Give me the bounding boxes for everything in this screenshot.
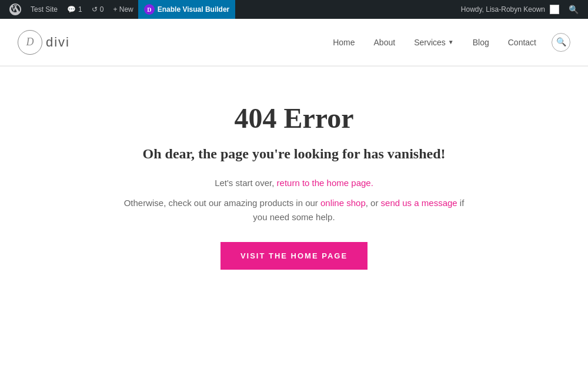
revision-count: 0 [100,5,104,14]
admin-bar: Test Site 💬 1 ↺ 0 + New D Enable Visual … [0,0,588,19]
online-shop-link[interactable]: online shop [320,198,366,208]
main-navigation: Home About Services ▼ Blog Contact 🔍 [325,33,570,52]
comment-icon: 💬 [67,5,76,14]
search-icon: 🔍 [556,37,566,47]
nav-home[interactable]: Home [325,33,363,52]
error-subtitle: Oh dear, the page you're looking for has… [143,146,446,162]
logo-circle: D [18,30,42,55]
new-content-button[interactable]: + New [108,0,138,19]
enable-builder-label: Enable Visual Builder [158,5,229,14]
nav-contact[interactable]: Contact [500,33,544,52]
new-label: + New [113,5,133,14]
nav-blog[interactable]: Blog [465,33,497,52]
visit-home-button[interactable]: VISIT THE HOME PAGE [220,242,368,270]
comments-count: 1 [78,5,82,14]
admin-bar-right: Howdy, Lisa-Robyn Keown 🔍 [461,5,583,14]
user-avatar[interactable] [550,5,559,14]
main-content: 404 Error Oh dear, the page you're looki… [0,67,588,305]
site-logo[interactable]: D divi [18,30,70,55]
site-name-button[interactable]: Test Site [26,0,62,19]
site-search-button[interactable]: 🔍 [552,33,570,52]
line2-prefix: Otherwise, check out our amazing product… [124,198,320,208]
error-title: 404 Error [234,102,353,134]
divi-icon: D [144,4,155,15]
enable-visual-builder-button[interactable]: D Enable Visual Builder [138,0,235,19]
wp-logo-button[interactable] [5,0,26,19]
comments-button[interactable]: 💬 1 [62,0,87,19]
line2-between: , or [366,198,381,208]
error-line2: Otherwise, check out our amazing product… [118,196,470,224]
nav-about[interactable]: About [366,33,404,52]
nav-services[interactable]: Services ▼ [406,33,462,52]
error-line1: Let's start over, return to the home pag… [215,176,373,190]
logo-letter: D [26,36,34,48]
howdy-text: Howdy, Lisa-Robyn Keown [461,5,545,14]
site-header: D divi Home About Services ▼ Blog Contac… [0,19,588,66]
site-name-label: Test Site [31,5,58,14]
admin-bar-left: Test Site 💬 1 ↺ 0 + New D Enable Visual … [5,0,461,19]
return-home-link[interactable]: return to the home page. [277,178,373,188]
admin-search-icon[interactable]: 🔍 [564,5,583,14]
send-message-link[interactable]: send us a message [381,198,457,208]
services-chevron-icon: ▼ [448,39,454,45]
logo-text: divi [46,35,70,50]
revision-icon: ↺ [92,5,98,14]
line1-prefix: Let's start over, [215,178,276,188]
revision-button[interactable]: ↺ 0 [87,0,109,19]
